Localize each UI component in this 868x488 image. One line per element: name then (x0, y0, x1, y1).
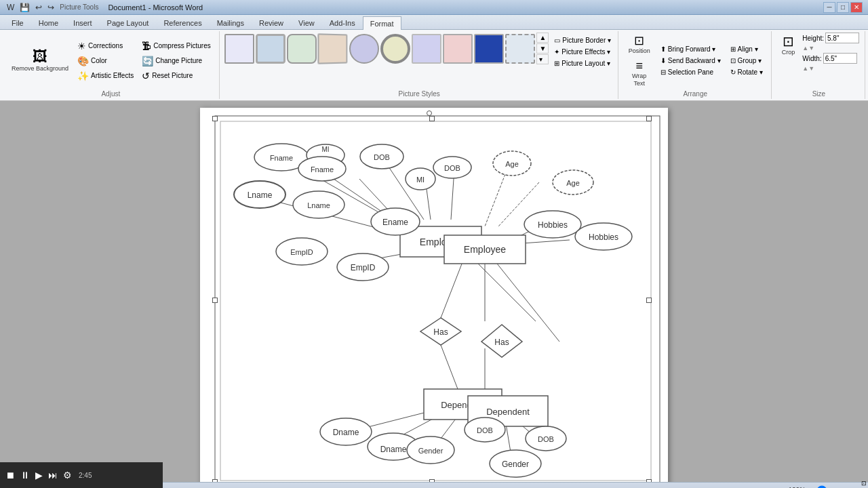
picture-tools-label: Picture Tools (60, 3, 98, 11)
style-thumb-7[interactable] (412, 34, 441, 64)
sel-handle-tr[interactable] (646, 116, 652, 121)
style-thumb-2[interactable] (256, 34, 285, 64)
zoom-slider[interactable] (808, 485, 863, 488)
svg-text:Dname: Dname (333, 428, 359, 437)
layout-icon: ⊞ (554, 60, 559, 67)
color-btn[interactable]: 🎨 Color (75, 54, 136, 68)
tab-page-layout[interactable]: Page Layout (100, 16, 157, 29)
picture-styles-label: Picture Styles (399, 89, 440, 98)
media-stop-btn[interactable]: ⏹ (4, 468, 16, 482)
compress-pictures-btn[interactable]: 🗜 Compress Pictures (139, 39, 213, 53)
sel-handle-bm[interactable] (429, 479, 435, 482)
adjust-group: 🖼 Remove Background ☀ Corrections 🎨 Colo… (3, 31, 220, 99)
save-qa-btn[interactable]: 💾 (18, 2, 31, 13)
sel-handle-br[interactable] (646, 479, 652, 482)
change-picture-btn[interactable]: 🔄 Change Picture (139, 54, 213, 68)
tab-review[interactable]: Review (252, 16, 291, 29)
style-thumb-5[interactable] (349, 34, 379, 64)
align-icon: ⊞ (730, 45, 736, 53)
picture-styles-group: ▲ ▼ ▾ ▭ Picture Border ▾ ✦ Picture Effec… (221, 31, 618, 99)
picture-effects-btn[interactable]: ✦ Picture Effects ▾ (551, 47, 614, 57)
style-thumb-6[interactable] (380, 34, 410, 64)
erd-diagram: Employee Employee Dependent Dependent Ha… (214, 115, 661, 482)
gallery-down-btn[interactable]: ▼ (536, 43, 549, 54)
remove-background-btn[interactable]: 🖼 Remove Background (8, 47, 72, 75)
svg-text:Gender: Gender (502, 460, 529, 469)
bring-forward-btn[interactable]: ⬆ Bring Forward ▾ (658, 44, 724, 54)
selection-pane-btn[interactable]: ⊟ Selection Pane (658, 67, 724, 77)
align-btn[interactable]: ⊞ Align ▾ (728, 44, 766, 54)
redo-qa-btn[interactable]: ↪ (46, 2, 56, 13)
reset-icon: ↺ (142, 70, 150, 81)
tab-view[interactable]: View (291, 16, 322, 29)
reset-picture-btn[interactable]: ↺ Reset Picture (139, 69, 213, 83)
picture-layout-btn[interactable]: ⊞ Picture Layout ▾ (551, 58, 614, 68)
corrections-btn[interactable]: ☀ Corrections (75, 39, 136, 53)
media-next-btn[interactable]: ⏭ (47, 468, 59, 482)
style-thumb-3[interactable] (287, 34, 317, 64)
sel-handle-bl[interactable] (212, 479, 218, 482)
tab-references[interactable]: References (156, 16, 209, 29)
gallery-more-btn[interactable]: ▾ (536, 54, 549, 64)
picture-border-btn[interactable]: ▭ Picture Border ▾ (551, 35, 614, 45)
arrange-group: ⊡ Position ≡ WrapText ⬆ Bring Forward ▾ … (620, 31, 772, 99)
tab-file[interactable]: File (4, 16, 31, 29)
gallery-up-btn[interactable]: ▲ (536, 33, 549, 43)
color-icon: 🎨 (77, 56, 89, 66)
style-thumb-8[interactable] (443, 34, 473, 64)
minimize-btn[interactable]: ─ (823, 2, 835, 13)
tab-format[interactable]: Format (363, 16, 401, 30)
tab-mailings[interactable]: Mailings (210, 16, 252, 29)
media-play-btn[interactable]: ▶ (34, 468, 44, 482)
position-btn[interactable]: ⊡ Position (625, 33, 654, 57)
style-thumb-10[interactable] (505, 34, 535, 64)
svg-text:Dname: Dname (380, 445, 407, 454)
group-icon: ⊡ (730, 57, 736, 64)
title-bar-controls: ─ □ ✕ (823, 2, 863, 13)
artistic-effects-btn[interactable]: ✨ Artistic Effects (75, 69, 136, 83)
style-thumb-9[interactable] (474, 34, 504, 64)
height-input[interactable] (825, 33, 859, 43)
size-label: Size (812, 89, 825, 98)
crop-icon: ⊡ (783, 35, 794, 48)
media-player-bar: ⏹ ⏸ ▶ ⏭ ⚙ 2:45 (0, 462, 163, 488)
change-picture-icon: 🔄 (142, 56, 153, 66)
tab-insert[interactable]: Insert (66, 16, 100, 29)
tab-add-ins[interactable]: Add-Ins (322, 16, 363, 29)
svg-text:DOB: DOB (477, 426, 493, 434)
send-backward-icon: ⬇ (660, 57, 666, 64)
style-thumb-1[interactable] (224, 34, 254, 64)
send-backward-btn[interactable]: ⬇ Send Backward ▾ (658, 56, 724, 66)
tab-home[interactable]: Home (31, 16, 66, 29)
bring-forward-icon: ⬆ (660, 45, 666, 53)
group-btn[interactable]: ⊡ Group ▾ (728, 56, 766, 66)
sel-handle-mr[interactable] (646, 298, 652, 303)
size-group: ⊡ Crop Height: ▲▼ Width: ▲▼ Size (773, 31, 865, 99)
sel-handle-ml[interactable] (212, 298, 218, 303)
sel-handle-tl[interactable] (212, 116, 218, 121)
svg-text:Gender: Gender (418, 447, 443, 455)
media-pause-btn[interactable]: ⏸ (19, 468, 31, 482)
close-btn[interactable]: ✕ (850, 2, 863, 13)
ribbon-tabs: File Home Insert Page Layout References … (0, 15, 868, 30)
size-dialog-launcher[interactable]: ⊡ (861, 480, 867, 487)
width-input[interactable] (823, 53, 857, 64)
media-settings-btn[interactable]: ⚙ (62, 468, 73, 482)
svg-text:Employee: Employee (464, 244, 506, 255)
doc-area: Employee Employee Dependent Dependent Ha… (0, 101, 868, 482)
svg-text:Lname: Lname (307, 201, 330, 209)
style-thumb-4[interactable] (318, 33, 348, 64)
effects-icon: ✦ (554, 48, 559, 56)
svg-text:Hobbies: Hobbies (538, 220, 568, 230)
rotate-btn[interactable]: ↻ Rotate ▾ (728, 67, 766, 77)
svg-text:DOB: DOB (538, 435, 554, 443)
wrap-text-btn[interactable]: ≡ WrapText (625, 58, 654, 89)
gallery-scroll-btns: ▲ ▼ ▾ (536, 33, 549, 64)
crop-btn[interactable]: ⊡ Crop (778, 33, 799, 58)
rotate-icon: ↻ (730, 68, 736, 76)
svg-text:Dependent: Dependent (486, 407, 530, 417)
sel-handle-tm[interactable] (429, 116, 435, 121)
compress-icon: 🗜 (142, 41, 151, 52)
maximize-btn[interactable]: □ (837, 2, 849, 13)
undo-qa-btn[interactable]: ↩ (34, 2, 43, 13)
